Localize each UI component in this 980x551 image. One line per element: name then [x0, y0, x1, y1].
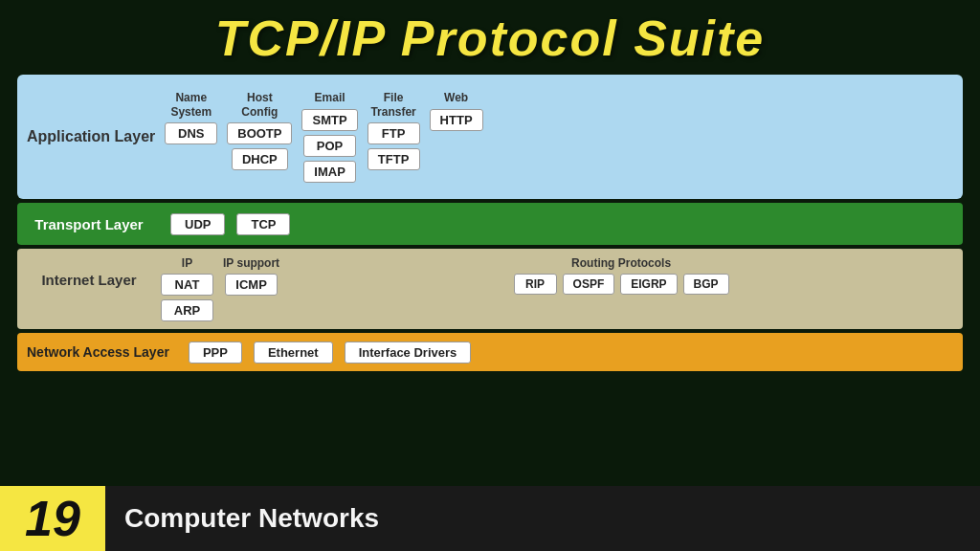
- network-protocols: PPP Ethernet Interface Drivers: [189, 342, 471, 364]
- email-group: Email SMTP POP IMAP: [301, 91, 357, 182]
- nat-box: NAT: [161, 274, 213, 296]
- routing-label: Routing Protocols: [571, 256, 671, 270]
- episode-number-box: 19: [0, 486, 105, 551]
- imap-box: IMAP: [303, 161, 356, 183]
- icmp-box: ICMP: [225, 274, 278, 296]
- email-label: Email: [315, 91, 345, 104]
- udp-box: UDP: [170, 213, 225, 235]
- internet-protocols: IP NAT ARP IP support ICMP Routing Proto…: [161, 256, 953, 321]
- arp-box: ARP: [161, 299, 213, 321]
- host-config-group: HostConfig BOOTP DHCP: [227, 91, 292, 170]
- page-title: TCP/IP Protocol Suite: [0, 0, 980, 75]
- ip-label: IP: [182, 256, 192, 270]
- name-system-group: NameSystem DNS: [165, 91, 217, 144]
- transport-layer-label: Transport Layer: [27, 216, 151, 232]
- bgp-box: BGP: [683, 274, 729, 295]
- internet-layer-label: Internet Layer: [27, 256, 151, 288]
- ftp-box: FTP: [368, 122, 420, 144]
- ethernet-box: Ethernet: [254, 342, 333, 364]
- application-protocols: NameSystem DNS HostConfig BOOTP DHCP Ema…: [165, 91, 953, 182]
- ppp-box: PPP: [189, 342, 242, 364]
- smtp-box: SMTP: [301, 109, 357, 131]
- host-config-label: HostConfig: [241, 91, 278, 119]
- http-box: HTTP: [430, 109, 483, 131]
- dns-box: DNS: [165, 122, 217, 144]
- pop-box: POP: [303, 135, 356, 157]
- eigrp-box: EIGRP: [620, 274, 677, 295]
- bottom-bar: 19 Computer Networks: [0, 486, 980, 551]
- ip-support-label: IP support: [223, 256, 279, 270]
- network-access-layer: Network Access Layer PPP Ethernet Interf…: [17, 333, 963, 371]
- ospf-box: OSPF: [563, 274, 615, 295]
- diagram: Application Layer NameSystem DNS HostCon…: [17, 75, 963, 371]
- ip-nat-arp-group: IP NAT ARP: [161, 256, 213, 321]
- routing-group: Routing Protocols RIP OSPF EIGRP BGP: [289, 256, 953, 295]
- file-transfer-group: FileTransfer FTP TFTP: [368, 91, 420, 170]
- transport-layer: Transport Layer UDP TCP: [17, 203, 963, 245]
- web-label: Web: [444, 91, 468, 104]
- internet-layer: Internet Layer IP NAT ARP IP support ICM…: [17, 249, 963, 329]
- dhcp-box: DHCP: [232, 148, 288, 170]
- tcp-box: TCP: [236, 213, 290, 235]
- web-group: Web HTTP: [430, 91, 483, 130]
- ip-support-group: IP support ICMP: [223, 256, 279, 296]
- interface-drivers-box: Interface Drivers: [345, 342, 472, 364]
- name-system-label: NameSystem: [170, 91, 212, 119]
- bootp-box: BOOTP: [227, 122, 292, 144]
- application-layer: Application Layer NameSystem DNS HostCon…: [17, 75, 963, 199]
- routing-boxes: RIP OSPF EIGRP BGP: [514, 274, 729, 295]
- application-layer-label: Application Layer: [27, 128, 155, 145]
- rip-box: RIP: [514, 274, 557, 295]
- transport-protocols: UDP TCP: [170, 213, 290, 235]
- network-access-layer-label: Network Access Layer: [27, 344, 169, 360]
- course-title-text: Computer Networks: [124, 503, 379, 534]
- course-title-bar: Computer Networks: [105, 486, 980, 551]
- tftp-box: TFTP: [368, 148, 420, 170]
- file-transfer-label: FileTransfer: [370, 91, 415, 119]
